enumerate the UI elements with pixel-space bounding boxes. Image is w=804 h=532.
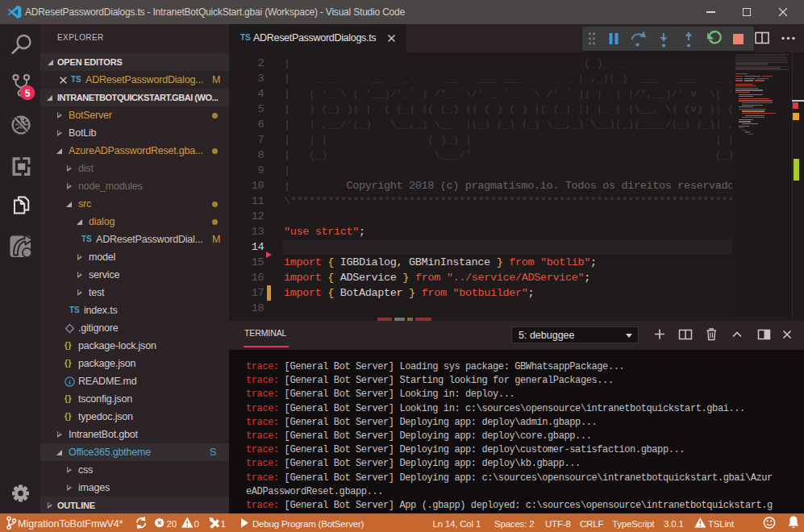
svg-text:5: 5 <box>25 88 31 99</box>
svg-text:i: i <box>69 378 71 386</box>
